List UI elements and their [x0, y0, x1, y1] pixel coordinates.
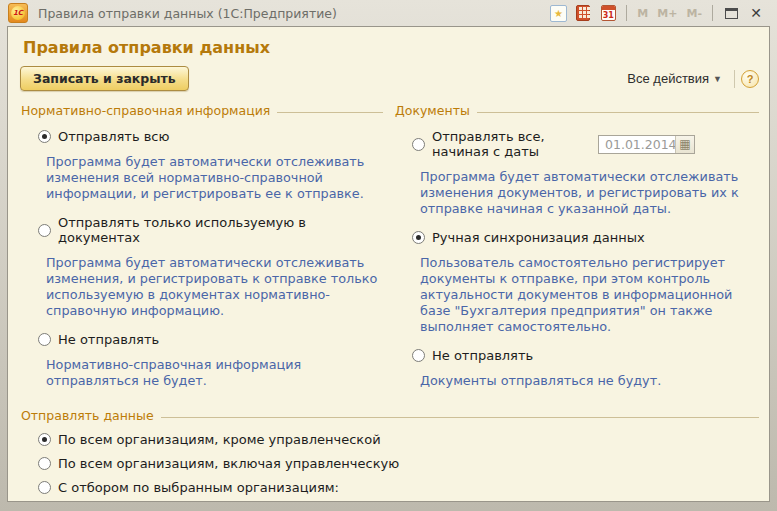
radio-label[interactable]: Отправлять только используемую в докумен… — [58, 215, 383, 245]
group-send-data-header: Отправлять данные — [21, 408, 759, 423]
close-icon: ✕ — [750, 6, 762, 20]
two-column-area: Нормативно-справочная информация Отправл… — [21, 99, 759, 404]
radio-icon[interactable] — [38, 224, 51, 237]
memory-button-m-plus[interactable]: М+ — [655, 7, 679, 20]
radio-icon[interactable] — [38, 433, 51, 446]
save-and-close-button[interactable]: Записать и закрыть — [20, 66, 189, 91]
radio-icon[interactable] — [412, 349, 425, 362]
calculator-icon — [576, 5, 590, 21]
radio-icon[interactable] — [412, 231, 425, 244]
group-documents-header: Документы — [395, 103, 759, 118]
group-documents-title: Документы — [395, 103, 470, 118]
docs-option-description: Программа будет автоматически отслеживат… — [420, 169, 759, 217]
radio-nsi-send-used-only[interactable]: Отправлять только используемую в докумен… — [38, 215, 383, 245]
radio-selected-orgs-filter[interactable]: С отбором по выбранным организациям: — [38, 480, 759, 495]
docs-option-description: Пользователь самостоятельно регистрирует… — [420, 255, 759, 335]
form-content: Правила отправки данных Записать и закры… — [7, 26, 770, 502]
nsi-option-description: Программа будет автоматически отслеживат… — [46, 154, 383, 202]
group-nsi: Нормативно-справочная информация Отправл… — [21, 99, 383, 402]
radio-icon[interactable] — [412, 138, 425, 151]
radio-label[interactable]: Ручная синхронизация данных — [432, 230, 645, 245]
titlebar-buttons: ★ 31 М М+ М- ✕ — [548, 4, 768, 23]
app-window: 1С Правила отправки данных (1С:Предприят… — [0, 0, 777, 511]
group-rule — [277, 112, 383, 113]
radio-icon[interactable] — [38, 481, 51, 494]
start-date-field[interactable]: 01.01.2014 ▦ — [598, 135, 695, 154]
1c-logo-icon: 1С — [11, 6, 25, 20]
radio-label[interactable]: По всем организациям, включая управленче… — [58, 456, 399, 471]
calendar-button[interactable]: 31 — [598, 4, 618, 23]
date-picker-icon[interactable]: ▦ — [675, 136, 694, 153]
group-documents: Документы Отправлять все, начиная с даты… — [395, 99, 759, 402]
chevron-down-icon: ▼ — [713, 74, 722, 84]
radio-docs-send-all-from-date[interactable]: Отправлять все, начиная с даты 01.01.201… — [412, 129, 759, 159]
all-actions-label: Все действия — [627, 71, 709, 86]
radio-icon[interactable] — [38, 457, 51, 470]
radio-all-orgs-including-managerial[interactable]: По всем организациям, включая управленче… — [38, 456, 759, 471]
radio-label[interactable]: Отправлять всю — [58, 129, 169, 144]
radio-docs-do-not-send[interactable]: Не отправлять — [412, 348, 759, 363]
maximize-icon — [725, 8, 738, 19]
radio-icon[interactable] — [38, 130, 51, 143]
start-date-value[interactable]: 01.01.2014 — [599, 137, 675, 152]
favorites-button[interactable]: ★ — [548, 4, 568, 23]
group-rule — [161, 417, 759, 418]
star-document-icon: ★ — [550, 5, 567, 22]
radio-docs-manual-sync[interactable]: Ручная синхронизация данных — [412, 230, 759, 245]
radio-label[interactable]: Не отправлять — [432, 348, 533, 363]
titlebar-separator — [712, 5, 713, 21]
1c-app-icon: 1С — [8, 3, 28, 23]
command-bar: Записать и закрыть Все действия ▼ ? — [20, 66, 759, 91]
nsi-option-description: Программа будет автоматически отслеживат… — [46, 255, 383, 319]
all-actions-button[interactable]: Все действия ▼ — [621, 69, 728, 88]
radio-all-orgs-except-managerial[interactable]: По всем организациям, кроме управленческ… — [38, 432, 759, 447]
memory-button-m[interactable]: М — [635, 7, 650, 20]
window-title: Правила отправки данных (1С:Предприятие) — [34, 6, 542, 21]
calculator-button[interactable] — [573, 4, 593, 23]
radio-nsi-send-all[interactable]: Отправлять всю — [38, 129, 383, 144]
group-nsi-header: Нормативно-справочная информация — [21, 103, 383, 118]
titlebar-separator — [626, 5, 627, 21]
group-send-data-title: Отправлять данные — [21, 408, 154, 423]
docs-option-description: Документы отправляться не будут. — [420, 373, 759, 389]
group-rule — [477, 112, 759, 113]
command-bar-separator — [734, 70, 735, 88]
nsi-option-description: Нормативно-справочная информация отправл… — [46, 357, 383, 389]
maximize-button[interactable] — [721, 4, 741, 23]
page-title: Правила отправки данных — [23, 38, 763, 57]
memory-button-m-minus[interactable]: М- — [684, 7, 704, 20]
radio-icon[interactable] — [38, 333, 51, 346]
calendar-icon: 31 — [601, 5, 616, 21]
radio-label[interactable]: С отбором по выбранным организациям: — [58, 480, 339, 495]
radio-nsi-do-not-send[interactable]: Не отправлять — [38, 332, 383, 347]
help-button[interactable]: ? — [741, 70, 759, 88]
close-button[interactable]: ✕ — [746, 4, 766, 23]
radio-label[interactable]: Не отправлять — [58, 332, 159, 347]
radio-label[interactable]: Отправлять все, начиная с даты — [432, 129, 591, 159]
radio-label[interactable]: По всем организациям, кроме управленческ… — [58, 432, 381, 447]
group-send-data: Отправлять данные По всем организациям, … — [21, 408, 759, 502]
titlebar: 1С Правила отправки данных (1С:Предприят… — [7, 0, 770, 26]
group-nsi-title: Нормативно-справочная информация — [21, 103, 270, 118]
